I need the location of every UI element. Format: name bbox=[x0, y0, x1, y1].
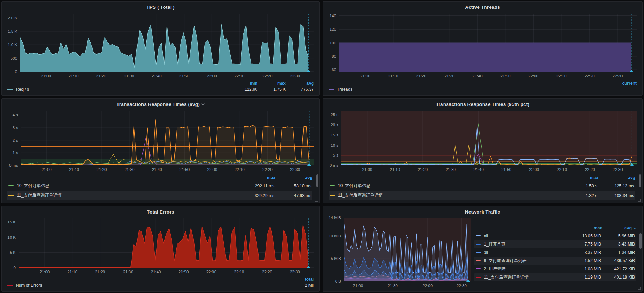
panel-rt-avg-title[interactable]: Transactions Response Times (avg) bbox=[2, 99, 319, 109]
legend-series-num-of-errors[interactable]: Num of Errors bbox=[7, 283, 42, 288]
legend-series-name[interactable]: 11_支付后查询订单详情 bbox=[330, 192, 560, 198]
stat-avg-value: 776.37 bbox=[286, 87, 314, 92]
legend-row: 11_支付后查询订单详情 329.29 ms 47.63 ms bbox=[7, 191, 312, 200]
legend-header-min[interactable]: min bbox=[229, 81, 257, 86]
legend-avg-value: 125.12 ms bbox=[597, 184, 634, 189]
stat-max-value: 1.75 K bbox=[257, 87, 286, 92]
series-color-swatch bbox=[476, 252, 481, 253]
panel-title-text: Transactions Response Times (avg) bbox=[116, 102, 200, 107]
panel-title-text: Transactions Response Times (95th pct) bbox=[436, 102, 529, 107]
panel-title-text: Network Traffic bbox=[465, 209, 500, 215]
panel-title-text: Total Errors bbox=[147, 209, 174, 215]
legend-series-threads[interactable]: Threads bbox=[329, 87, 352, 92]
panel-threads-title[interactable]: Active Threads bbox=[323, 2, 642, 12]
legend-header-max[interactable]: max bbox=[568, 225, 602, 230]
legend-series-label: Threads bbox=[337, 87, 352, 92]
sort-descending-icon bbox=[633, 226, 636, 229]
legend-avg-value: 108.34 ms bbox=[597, 193, 634, 198]
legend-header-max[interactable]: max bbox=[238, 175, 275, 180]
series-color-swatch bbox=[330, 195, 335, 196]
stat-min-value: 122.90 bbox=[229, 87, 257, 92]
tps-legend-row: Req / s 122.90 1.75 K 776.37 bbox=[7, 87, 314, 92]
threads-legend-row: Threads bbox=[329, 87, 637, 92]
panel-tps-title[interactable]: TPS ( Total ) bbox=[2, 2, 319, 12]
legend-max-value: 13.05 MiB bbox=[567, 234, 601, 238]
series-color-swatch bbox=[476, 268, 481, 269]
legend-header-avg[interactable]: avg bbox=[602, 225, 636, 230]
legend-table-header: max avg bbox=[7, 174, 312, 181]
panel-errors-title[interactable]: Total Errors bbox=[2, 206, 319, 217]
legend-avg-value: 436.57 KiB bbox=[601, 258, 635, 263]
panel-title-text: TPS ( Total ) bbox=[146, 5, 174, 10]
series-color-swatch bbox=[476, 260, 481, 261]
legend-header-avg[interactable]: avg bbox=[275, 175, 312, 180]
series-color-swatch bbox=[7, 89, 13, 90]
legend-header-avg[interactable]: avg bbox=[598, 175, 635, 180]
stat-total-value: 2 Mil bbox=[286, 283, 314, 288]
tps-legend: min max avg Req / s 122.90 1.75 K 776.37 bbox=[2, 80, 319, 95]
legend-row: 2_用户登陆 1.08 MiB 421.72 KiB bbox=[474, 265, 636, 273]
legend-series-name[interactable]: 2_用户登陆 bbox=[476, 266, 567, 272]
legend-series-name[interactable]: 9_支付前查询订单列表 bbox=[476, 258, 567, 264]
panel-rt-95-title[interactable]: Transactions Response Times (95th pct) bbox=[323, 99, 642, 109]
legend-series-name[interactable]: 1_打开首页 bbox=[476, 241, 567, 247]
legend-series-name[interactable]: all bbox=[476, 250, 567, 255]
panel-resize-handle[interactable] bbox=[638, 287, 641, 290]
network-chart[interactable]: 0 B5 MiB10 MiB14 MiB21:0021:3022:0022:30 bbox=[323, 217, 473, 290]
rt-95-legend: max avg 10_支付订单信息 1.50 s 125.12 ms 11_支付… bbox=[323, 174, 642, 203]
rt-avg-legend: max avg 10_支付订单信息 292.11 ms 58.10 ms 11_… bbox=[2, 174, 319, 203]
legend-series-label: Num of Errors bbox=[16, 283, 42, 288]
legend-row: 1_打开首页 7.75 MiB 3.43 MiB bbox=[474, 240, 636, 249]
panel-active-threads: Active Threads 608010012014021:0021:1021… bbox=[323, 1, 643, 96]
legend-series-name[interactable]: 11_支付后查询订单详情 bbox=[8, 192, 237, 198]
legend-series-name[interactable]: all bbox=[476, 234, 567, 238]
tps-chart[interactable]: 05001.0 K1.5 K2.0 K21:0021:1021:2021:302… bbox=[2, 12, 319, 80]
legend-series-label: Req / s bbox=[16, 87, 29, 92]
series-color-swatch bbox=[476, 277, 481, 278]
legend-header-avg[interactable]: avg bbox=[286, 81, 314, 86]
legend-max-value: 3.37 MiB bbox=[567, 250, 601, 255]
legend-row: 10_支付订单信息 292.11 ms 58.10 ms bbox=[7, 181, 312, 191]
series-color-swatch bbox=[329, 89, 334, 90]
errors-legend-headers: total bbox=[7, 277, 314, 282]
panel-resize-handle[interactable] bbox=[638, 199, 641, 202]
legend-series-name[interactable]: 10_支付订单信息 bbox=[8, 183, 237, 189]
panel-tps: TPS ( Total ) 05001.0 K1.5 K2.0 K21:0021… bbox=[1, 1, 320, 96]
panel-network-title[interactable]: Network Traffic bbox=[323, 206, 642, 217]
panel-network-traffic: Network Traffic 0 B5 MiB10 MiB14 MiB21:0… bbox=[323, 206, 643, 292]
rt-95-chart[interactable]: 0 ms5 s10 s15 s20 s25 s21:0021:1021:2021… bbox=[323, 109, 642, 174]
legend-header-max[interactable]: max bbox=[561, 175, 598, 180]
network-panel-body: 0 B5 MiB10 MiB14 MiB21:0021:3022:0022:30… bbox=[323, 217, 642, 291]
rt-avg-chart[interactable]: 0 ms1 s2 s3 s4 s21:0021:1021:2021:3021:4… bbox=[2, 109, 319, 174]
legend-header-total[interactable]: total bbox=[286, 277, 314, 282]
legend-row: 11_支付后查询订单详情 1.19 MiB 401.18 KiB bbox=[474, 273, 636, 282]
series-color-swatch bbox=[330, 185, 335, 186]
errors-chart[interactable]: 05 K10 K15 K21:0021:1021:2021:3021:4021:… bbox=[2, 217, 319, 276]
legend-row: 10_支付订单信息 1.50 s 125.12 ms bbox=[329, 181, 635, 191]
legend-scrollbar[interactable] bbox=[316, 174, 318, 187]
threads-chart[interactable]: 608010012014021:0021:1021:2021:3021:4021… bbox=[323, 12, 642, 80]
legend-avg-value: 401.18 KiB bbox=[601, 275, 635, 280]
legend-series-req-s[interactable]: Req / s bbox=[7, 87, 29, 92]
series-color-swatch bbox=[476, 235, 481, 236]
legend-series-name[interactable]: 11_支付后查询订单详情 bbox=[476, 274, 567, 280]
legend-row: all 13.05 MiB 5.96 MiB bbox=[474, 232, 636, 240]
legend-scrollbar[interactable] bbox=[639, 233, 642, 249]
series-color-swatch bbox=[8, 195, 14, 196]
legend-row: 9_支付前查询订单列表 1.52 MiB 436.57 KiB bbox=[474, 257, 636, 265]
legend-scrollbar[interactable] bbox=[639, 174, 641, 187]
panel-resize-handle[interactable] bbox=[315, 199, 318, 202]
chevron-down-icon bbox=[201, 102, 205, 106]
legend-header-current[interactable]: current bbox=[608, 81, 637, 86]
network-legend: max avg all 13.05 MiB 5.96 MiB bbox=[473, 217, 642, 291]
legend-avg-value: 58.10 ms bbox=[274, 184, 311, 189]
legend-avg-value: 5.96 MiB bbox=[601, 234, 635, 238]
legend-max-value: 1.52 MiB bbox=[567, 258, 601, 263]
legend-row: 11_支付后查询订单详情 1.32 s 108.34 ms bbox=[329, 191, 635, 200]
legend-header-max[interactable]: max bbox=[257, 81, 286, 86]
threads-legend: current Threads bbox=[323, 80, 642, 95]
panel-rt-avg: Transactions Response Times (avg) 0 ms1 … bbox=[1, 98, 320, 203]
legend-series-name[interactable]: 10_支付订单信息 bbox=[330, 183, 560, 189]
network-chart-area: 0 B5 MiB10 MiB14 MiB21:0021:3022:0022:30 bbox=[323, 217, 473, 291]
legend-max-value: 329.29 ms bbox=[237, 193, 274, 198]
